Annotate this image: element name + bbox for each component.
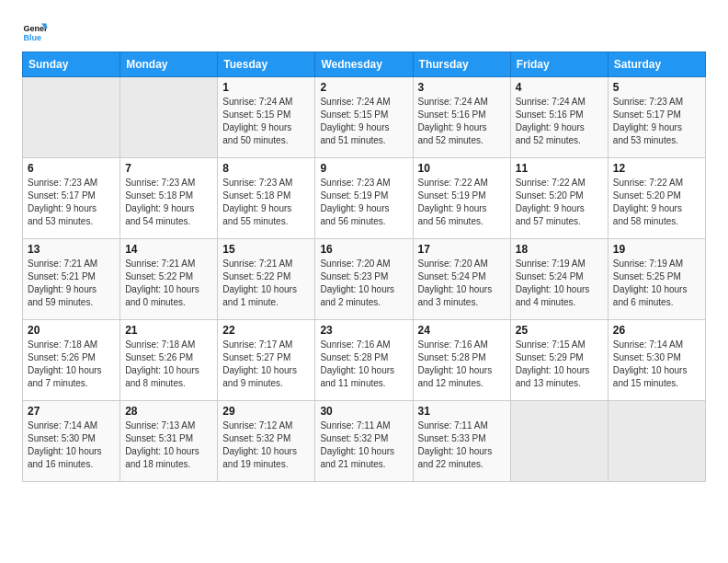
day-number: 15 <box>222 243 310 256</box>
day-detail: Sunrise: 7:23 AM Sunset: 5:17 PM Dayligh… <box>28 177 115 228</box>
day-number: 27 <box>28 405 115 418</box>
calendar-cell: 30Sunrise: 7:11 AM Sunset: 5:32 PM Dayli… <box>315 401 413 482</box>
calendar-cell <box>23 77 120 158</box>
calendar-cell: 10Sunrise: 7:22 AM Sunset: 5:19 PM Dayli… <box>413 158 510 239</box>
day-number: 29 <box>222 405 310 418</box>
calendar-cell: 4Sunrise: 7:24 AM Sunset: 5:16 PM Daylig… <box>510 77 608 158</box>
day-number: 1 <box>222 81 310 94</box>
week-row-2: 13Sunrise: 7:21 AM Sunset: 5:21 PM Dayli… <box>23 239 706 320</box>
header-monday: Monday <box>120 52 218 77</box>
calendar-cell: 26Sunrise: 7:14 AM Sunset: 5:30 PM Dayli… <box>608 320 705 401</box>
calendar-cell: 18Sunrise: 7:19 AM Sunset: 5:24 PM Dayli… <box>510 239 608 320</box>
week-row-1: 6Sunrise: 7:23 AM Sunset: 5:17 PM Daylig… <box>23 158 706 239</box>
day-detail: Sunrise: 7:20 AM Sunset: 5:24 PM Dayligh… <box>418 258 506 309</box>
day-number: 18 <box>516 243 603 256</box>
calendar-cell: 27Sunrise: 7:14 AM Sunset: 5:30 PM Dayli… <box>23 401 120 482</box>
day-detail: Sunrise: 7:23 AM Sunset: 5:19 PM Dayligh… <box>320 177 407 228</box>
calendar-cell <box>608 401 705 482</box>
calendar-table: SundayMondayTuesdayWednesdayThursdayFrid… <box>22 52 706 482</box>
day-number: 31 <box>418 405 506 418</box>
svg-text:Blue: Blue <box>23 33 41 42</box>
calendar-cell: 16Sunrise: 7:20 AM Sunset: 5:23 PM Dayli… <box>315 239 413 320</box>
day-number: 24 <box>418 324 506 337</box>
calendar-cell: 25Sunrise: 7:15 AM Sunset: 5:29 PM Dayli… <box>510 320 608 401</box>
day-detail: Sunrise: 7:22 AM Sunset: 5:20 PM Dayligh… <box>516 177 603 228</box>
calendar-cell: 22Sunrise: 7:17 AM Sunset: 5:27 PM Dayli… <box>218 320 315 401</box>
day-number: 28 <box>125 405 212 418</box>
day-detail: Sunrise: 7:19 AM Sunset: 5:24 PM Dayligh… <box>516 258 603 309</box>
calendar-cell: 9Sunrise: 7:23 AM Sunset: 5:19 PM Daylig… <box>315 158 413 239</box>
day-detail: Sunrise: 7:12 AM Sunset: 5:32 PM Dayligh… <box>222 419 310 471</box>
header-friday: Friday <box>510 52 608 77</box>
day-number: 25 <box>516 324 603 337</box>
day-detail: Sunrise: 7:23 AM Sunset: 5:18 PM Dayligh… <box>222 177 310 228</box>
calendar-cell: 29Sunrise: 7:12 AM Sunset: 5:32 PM Dayli… <box>218 401 315 482</box>
day-number: 13 <box>28 243 115 256</box>
day-detail: Sunrise: 7:23 AM Sunset: 5:17 PM Dayligh… <box>613 96 700 147</box>
calendar-cell: 5Sunrise: 7:23 AM Sunset: 5:17 PM Daylig… <box>608 77 705 158</box>
day-detail: Sunrise: 7:22 AM Sunset: 5:20 PM Dayligh… <box>613 177 700 228</box>
day-detail: Sunrise: 7:23 AM Sunset: 5:18 PM Dayligh… <box>125 177 212 228</box>
day-detail: Sunrise: 7:16 AM Sunset: 5:28 PM Dayligh… <box>320 339 407 390</box>
calendar-cell: 2Sunrise: 7:24 AM Sunset: 5:15 PM Daylig… <box>315 77 413 158</box>
calendar-cell: 12Sunrise: 7:22 AM Sunset: 5:20 PM Dayli… <box>608 158 705 239</box>
day-number: 30 <box>320 405 407 418</box>
day-number: 22 <box>222 324 310 337</box>
calendar-cell: 17Sunrise: 7:20 AM Sunset: 5:24 PM Dayli… <box>413 239 510 320</box>
day-number: 16 <box>320 243 407 256</box>
day-detail: Sunrise: 7:22 AM Sunset: 5:19 PM Dayligh… <box>418 177 506 228</box>
calendar-cell: 14Sunrise: 7:21 AM Sunset: 5:22 PM Dayli… <box>120 239 218 320</box>
day-detail: Sunrise: 7:24 AM Sunset: 5:16 PM Dayligh… <box>418 96 506 147</box>
day-number: 20 <box>28 324 115 337</box>
day-detail: Sunrise: 7:18 AM Sunset: 5:26 PM Dayligh… <box>125 339 212 390</box>
calendar-cell: 13Sunrise: 7:21 AM Sunset: 5:21 PM Dayli… <box>23 239 120 320</box>
header-tuesday: Tuesday <box>218 52 315 77</box>
day-number: 17 <box>418 243 506 256</box>
day-detail: Sunrise: 7:18 AM Sunset: 5:26 PM Dayligh… <box>28 339 115 390</box>
day-number: 26 <box>613 324 700 337</box>
day-detail: Sunrise: 7:16 AM Sunset: 5:28 PM Dayligh… <box>418 339 506 390</box>
day-number: 11 <box>516 162 603 175</box>
calendar-cell: 23Sunrise: 7:16 AM Sunset: 5:28 PM Dayli… <box>315 320 413 401</box>
calendar-header-row: SundayMondayTuesdayWednesdayThursdayFrid… <box>23 52 706 77</box>
logo: General Blue <box>22 18 53 44</box>
calendar-cell: 24Sunrise: 7:16 AM Sunset: 5:28 PM Dayli… <box>413 320 510 401</box>
day-number: 5 <box>613 81 700 94</box>
day-number: 3 <box>418 81 506 94</box>
calendar-cell: 19Sunrise: 7:19 AM Sunset: 5:25 PM Dayli… <box>608 239 705 320</box>
calendar-cell: 31Sunrise: 7:11 AM Sunset: 5:33 PM Dayli… <box>413 401 510 482</box>
day-number: 23 <box>320 324 407 337</box>
day-number: 8 <box>222 162 310 175</box>
calendar-cell: 11Sunrise: 7:22 AM Sunset: 5:20 PM Dayli… <box>510 158 608 239</box>
header-sunday: Sunday <box>23 52 120 77</box>
day-detail: Sunrise: 7:17 AM Sunset: 5:27 PM Dayligh… <box>222 339 310 390</box>
calendar-cell: 15Sunrise: 7:21 AM Sunset: 5:22 PM Dayli… <box>218 239 315 320</box>
calendar-cell <box>510 401 608 482</box>
logo-icon: General Blue <box>22 18 48 44</box>
day-number: 10 <box>418 162 506 175</box>
calendar-cell: 3Sunrise: 7:24 AM Sunset: 5:16 PM Daylig… <box>413 77 510 158</box>
calendar-cell: 20Sunrise: 7:18 AM Sunset: 5:26 PM Dayli… <box>23 320 120 401</box>
day-detail: Sunrise: 7:11 AM Sunset: 5:33 PM Dayligh… <box>418 419 506 471</box>
day-detail: Sunrise: 7:21 AM Sunset: 5:22 PM Dayligh… <box>125 258 212 309</box>
page-header: General Blue <box>22 18 706 44</box>
header-thursday: Thursday <box>413 52 510 77</box>
day-detail: Sunrise: 7:15 AM Sunset: 5:29 PM Dayligh… <box>516 339 603 390</box>
header-saturday: Saturday <box>608 52 705 77</box>
calendar-cell <box>120 77 218 158</box>
day-detail: Sunrise: 7:24 AM Sunset: 5:15 PM Dayligh… <box>222 96 310 147</box>
week-row-0: 1Sunrise: 7:24 AM Sunset: 5:15 PM Daylig… <box>23 77 706 158</box>
calendar-cell: 8Sunrise: 7:23 AM Sunset: 5:18 PM Daylig… <box>218 158 315 239</box>
day-detail: Sunrise: 7:14 AM Sunset: 5:30 PM Dayligh… <box>28 419 115 471</box>
day-number: 19 <box>613 243 700 256</box>
day-detail: Sunrise: 7:20 AM Sunset: 5:23 PM Dayligh… <box>320 258 407 309</box>
day-number: 9 <box>320 162 407 175</box>
day-detail: Sunrise: 7:13 AM Sunset: 5:31 PM Dayligh… <box>125 419 212 471</box>
day-number: 14 <box>125 243 212 256</box>
day-number: 7 <box>125 162 212 175</box>
day-detail: Sunrise: 7:19 AM Sunset: 5:25 PM Dayligh… <box>613 258 700 309</box>
header-wednesday: Wednesday <box>315 52 413 77</box>
week-row-4: 27Sunrise: 7:14 AM Sunset: 5:30 PM Dayli… <box>23 401 706 482</box>
day-detail: Sunrise: 7:24 AM Sunset: 5:15 PM Dayligh… <box>320 96 407 147</box>
day-detail: Sunrise: 7:21 AM Sunset: 5:22 PM Dayligh… <box>222 258 310 309</box>
